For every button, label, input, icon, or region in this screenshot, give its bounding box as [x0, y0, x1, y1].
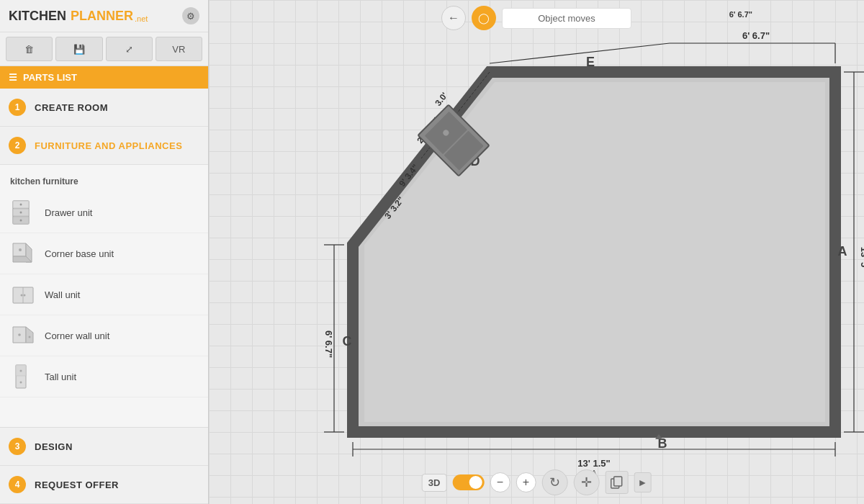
list-item[interactable]: Drawer unit [0, 192, 208, 233]
step-badge-3: 3 [9, 438, 26, 455]
settings-icon[interactable]: ⚙ [182, 7, 199, 24]
2d-3d-toggle[interactable] [452, 474, 484, 490]
svg-marker-16 [26, 327, 33, 343]
svg-point-22 [20, 382, 22, 384]
sidebar-toolbar: 🗑 💾 ⤢ VR [0, 32, 208, 66]
delete-button[interactable]: 🗑 [6, 37, 53, 61]
step-label-2: FURNITURE AND APPLIANCES [35, 140, 182, 151]
undo-button[interactable]: ← [441, 6, 466, 30]
floor-plan: E A B C D 6' 6.7" 13' 5" 13' 1.5" A 6' 6… [209, 0, 864, 504]
step-badge-1: 1 [9, 99, 26, 116]
step-furniture[interactable]: 2 FURNITURE AND APPLIANCES [0, 127, 208, 165]
object-moves-label: Object moves [502, 8, 631, 29]
logo-kitchen: KITCHEN [9, 9, 66, 24]
logo-net: .net [135, 14, 148, 23]
canvas-topbar: ← ◯ Object moves [441, 6, 631, 30]
step-create-room[interactable]: 1 CREATE ROOM [0, 89, 208, 127]
parts-list-header: ☰ PARTS LIST [0, 66, 208, 89]
object-info-button[interactable]: ◯ [472, 6, 496, 30]
svg-line-26 [490, 43, 670, 63]
svg-point-21 [20, 370, 22, 372]
corner-base-unit-label: Corner base unit [45, 248, 114, 259]
corner-wall-unit-icon [10, 323, 36, 348]
drawer-unit-icon [10, 199, 36, 225]
arrow-right-button[interactable]: ► [634, 472, 651, 492]
svg-text:6' 6.7": 6' 6.7" [742, 30, 770, 41]
wall-e-label: E [586, 55, 595, 69]
tall-unit-icon [10, 364, 36, 390]
svg-point-4 [20, 204, 22, 206]
section-title: kitchen furniture [0, 172, 208, 192]
pan-button[interactable]: ✛ [573, 469, 599, 495]
step-badge-2: 2 [9, 137, 26, 154]
list-item[interactable]: Corner wall unit [0, 315, 208, 356]
svg-point-13 [21, 294, 23, 297]
toggle-knob [469, 476, 482, 489]
svg-point-5 [20, 212, 22, 214]
list-icon: ☰ [9, 72, 17, 83]
step-label-1: CREATE ROOM [35, 102, 108, 113]
parts-list-title: PARTS LIST [23, 72, 77, 83]
step-badge-4: 4 [9, 476, 26, 493]
zoom-out-button[interactable]: − [490, 472, 510, 492]
save-button[interactable]: 💾 [55, 37, 102, 61]
view-3d-label: 3D [422, 474, 447, 492]
svg-point-14 [24, 294, 26, 297]
list-item[interactable]: Wall unit [0, 274, 208, 315]
list-item[interactable]: Corner base unit [0, 233, 208, 274]
zoom-in-button[interactable]: + [516, 472, 536, 492]
list-item[interactable]: Tall unit [0, 356, 208, 397]
drawer-unit-label: Drawer unit [45, 207, 92, 218]
step-request-offer[interactable]: 4 REQUEST OFFER [0, 466, 208, 504]
svg-text:6' 6.7": 6' 6.7" [323, 330, 334, 358]
logo-planner: PLANNER [71, 9, 133, 24]
wall-a-label: A [838, 244, 847, 258]
svg-point-18 [29, 336, 31, 338]
wall-c-label: C [343, 334, 352, 348]
copy-button[interactable] [605, 471, 628, 494]
corner-wall-unit-label: Corner wall unit [45, 330, 109, 341]
step-label-3: DESIGN [35, 441, 73, 452]
step-design[interactable]: 3 DESIGN [0, 427, 208, 466]
svg-point-17 [18, 333, 21, 336]
corner-base-unit-icon [10, 240, 36, 266]
dim-top: 6' 6.7" [729, 10, 752, 19]
logo-header: KITCHEN PLANNER .net ⚙ [0, 0, 208, 32]
svg-point-6 [20, 220, 22, 222]
svg-text:13' 1.5": 13' 1.5" [577, 458, 610, 469]
furniture-section: kitchen furniture Drawer unit [0, 165, 208, 427]
vr-button[interactable]: VR [156, 37, 202, 61]
canvas-bottombar: 3D − + ↻ ✛ ► [422, 469, 652, 495]
wall-unit-icon [10, 282, 36, 307]
wall-unit-label: Wall unit [45, 289, 80, 300]
step-label-4: REQUEST OFFER [35, 480, 119, 490]
svg-rect-53 [613, 477, 621, 486]
rotate-button[interactable]: ↻ [541, 469, 567, 495]
tall-unit-label: Tall unit [45, 372, 76, 382]
sidebar: KITCHEN PLANNER .net ⚙ 🗑 💾 ⤢ VR ☰ PARTS … [0, 0, 209, 504]
fullscreen-button[interactable]: ⤢ [106, 37, 153, 61]
svg-point-10 [19, 248, 22, 251]
main-canvas[interactable]: ← ◯ Object moves E A B C D 6' 6.7" 13' 5… [209, 0, 864, 504]
svg-text:13' 5": 13' 5" [859, 247, 864, 272]
